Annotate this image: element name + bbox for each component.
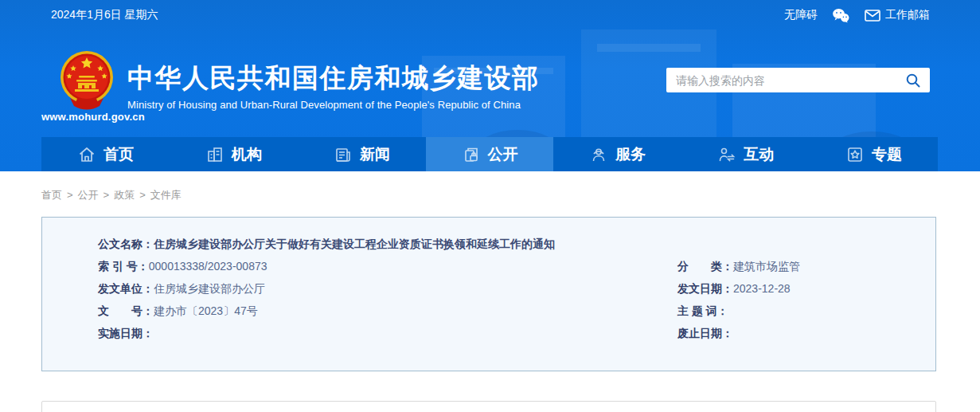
doc-field-implementation-date: 实施日期： <box>98 322 677 344</box>
breadcrumb-separator: > <box>139 189 146 201</box>
organization-icon <box>205 145 225 164</box>
doc-field-abolition-date: 废止日期： <box>677 322 935 344</box>
search-box <box>666 68 930 92</box>
topic-star-icon <box>845 145 865 164</box>
search-button[interactable] <box>896 68 930 92</box>
mail-icon <box>865 10 880 22</box>
disclosure-lock-icon <box>462 145 481 164</box>
top-utility-bar: 2024年1月6日 星期六 无障碍 <box>0 0 980 30</box>
service-person-icon <box>589 145 608 164</box>
doc-field-category: 分 类：建筑市场监管 <box>677 255 935 277</box>
doc-field-subject-words: 主 题 词： <box>677 300 935 322</box>
nav-tab-organization[interactable]: 机构 <box>170 137 298 171</box>
nav-tab-interaction[interactable]: 互动 <box>681 137 810 171</box>
nav-tab-topics[interactable]: 专题 <box>810 137 938 171</box>
breadcrumb-document-library[interactable]: 文件库 <box>150 189 182 201</box>
interaction-person-arrows-icon <box>717 145 736 164</box>
nav-tab-label: 首页 <box>103 144 134 165</box>
breadcrumb-home[interactable]: 首页 <box>41 189 62 201</box>
breadcrumb: 首页>公开>政策>文件库 <box>41 188 980 201</box>
home-icon <box>77 145 96 164</box>
header-branding: www.mohurd.gov.cn 中华人民共和国住房和城乡建设部 Minist… <box>41 30 938 137</box>
nav-tab-label: 新闻 <box>360 144 390 165</box>
site-url: www.mohurd.gov.cn <box>41 111 140 123</box>
doc-field-issue-date: 发文日期：2023-12-28 <box>677 277 935 300</box>
nav-tab-label: 互动 <box>744 144 774 165</box>
news-icon <box>334 145 353 164</box>
nav-tab-news[interactable]: 新闻 <box>298 137 426 171</box>
accessibility-link[interactable]: 无障碍 <box>784 8 818 22</box>
nav-tab-label: 公开 <box>488 144 518 165</box>
site-title-english: Ministry of Housing and Urban-Rural Deve… <box>127 99 540 111</box>
work-mailbox-link[interactable]: 工作邮箱 <box>885 8 930 22</box>
nav-tab-label: 机构 <box>232 144 262 165</box>
current-date: 2024年1月6日 星期六 <box>51 8 158 22</box>
doc-title-label: 公文名称： <box>98 237 154 250</box>
search-icon <box>905 73 921 88</box>
doc-field-document-number: 文 号：建办市〔2023〕47号 <box>98 300 677 322</box>
main-navigation: 首页 机构 新闻 公开 <box>41 137 938 171</box>
site-header: 2024年1月6日 星期六 无障碍 <box>0 0 980 171</box>
doc-title-row: 公文名称：住房城乡建设部办公厅关于做好有关建设工程企业资质证书换领和延续工作的通… <box>98 233 935 255</box>
doc-title-value: 住房城乡建设部办公厅关于做好有关建设工程企业资质证书换领和延续工作的通知 <box>154 237 555 250</box>
breadcrumb-separator: > <box>103 189 110 201</box>
nav-tab-disclosure[interactable]: 公开 <box>426 137 554 171</box>
nav-tab-label: 服务 <box>615 144 646 165</box>
search-input[interactable] <box>666 68 896 92</box>
nav-tab-home[interactable]: 首页 <box>41 137 170 171</box>
site-title: 中华人民共和国住房和城乡建设部 <box>127 64 540 92</box>
national-emblem-logo <box>57 50 116 112</box>
wechat-icon[interactable] <box>832 8 850 23</box>
doc-field-issuing-unit: 发文单位：住房城乡建设部办公厅 <box>98 277 677 300</box>
breadcrumb-policy[interactable]: 政策 <box>114 189 135 201</box>
breadcrumb-disclosure[interactable]: 公开 <box>78 189 99 201</box>
nav-tab-label: 专题 <box>872 144 902 165</box>
document-content-box <box>41 401 936 412</box>
nav-tab-services[interactable]: 服务 <box>553 137 681 171</box>
document-metadata-box: 公文名称：住房城乡建设部办公厅关于做好有关建设工程企业资质证书换领和延续工作的通… <box>41 217 936 371</box>
breadcrumb-separator: > <box>67 189 73 201</box>
doc-field-index-number: 索 引 号：000013338/2023-00873 <box>98 255 677 277</box>
